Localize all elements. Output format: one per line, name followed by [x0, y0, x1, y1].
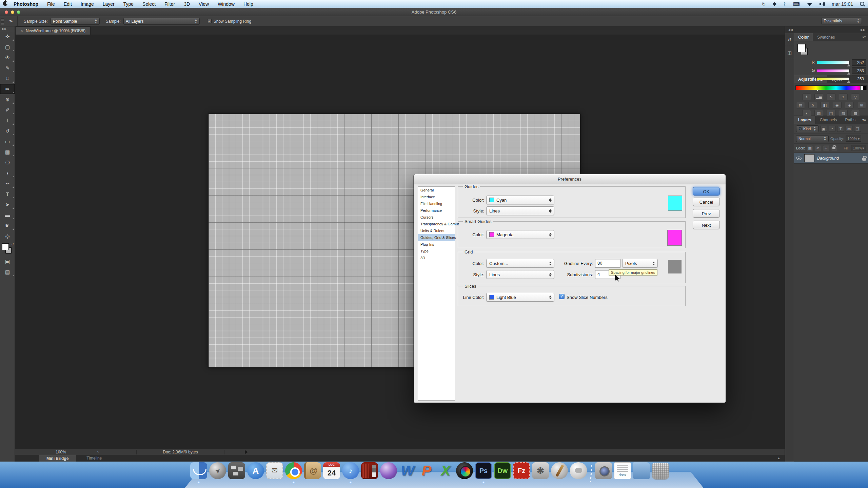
menu-clock[interactable]: mar 19:01 [832, 1, 853, 7]
eraser-tool[interactable]: ▭ [0, 136, 15, 147]
clone-stamp-tool[interactable]: ⊥ [0, 115, 15, 126]
exposure-icon[interactable]: ± [839, 94, 848, 100]
layer-row-background[interactable]: Background [794, 153, 868, 164]
guides-color-dropdown[interactable]: Cyan [486, 196, 554, 204]
dock-app-store[interactable]: A [247, 462, 264, 483]
grid-color-swatch[interactable] [668, 260, 682, 273]
dock-contacts[interactable]: @ [304, 462, 321, 483]
menu-select[interactable]: Select [138, 0, 160, 8]
dock-downloads-folder[interactable] [633, 462, 650, 483]
ok-button[interactable]: OK [693, 187, 720, 196]
vibrance-icon[interactable]: ▽ [851, 94, 860, 100]
filter-smart-object-icon[interactable]: ❏ [854, 126, 861, 132]
spotlight-icon[interactable] [860, 2, 865, 6]
rectangular-marquee-tool[interactable]: ▢ [0, 42, 15, 52]
swap-colors-icon[interactable]: ⇄ [11, 243, 14, 246]
color-balance-icon[interactable]: Δ [808, 102, 817, 108]
menu-photoshop[interactable]: Photoshop [10, 0, 43, 8]
hand-tool[interactable]: ☛ [0, 220, 15, 231]
tab-layers[interactable]: Layers [794, 116, 816, 124]
layer-filter-kind-dropdown[interactable]: Kind ▲▼ [796, 125, 818, 132]
dock-filezilla[interactable]: Fz [513, 462, 530, 483]
threshold-icon[interactable]: ◫ [827, 110, 835, 117]
displays-icon[interactable]: ✱ [773, 1, 777, 7]
dodge-tool[interactable]: ◖ [0, 168, 15, 178]
dock-trash[interactable] [652, 462, 669, 483]
color-spectrum-ramp[interactable] [795, 85, 867, 90]
tab-mini-bridge[interactable]: Mini Bridge [39, 455, 76, 462]
properties-panel-icon[interactable]: ◫ [785, 50, 794, 59]
collapse-panels-right-icon[interactable]: ▶▶ [861, 28, 865, 32]
prev-button[interactable]: Prev [693, 209, 720, 218]
sample-dropdown[interactable]: All Layers ▲▼ [123, 18, 200, 25]
show-sampling-ring-checkbox[interactable]: ✓ [207, 19, 212, 23]
path-selection-tool[interactable]: ➤ [0, 199, 15, 210]
dock-launchpad[interactable] [209, 462, 226, 483]
category-general[interactable]: General [418, 187, 455, 194]
black-white-icon[interactable]: ◧ [821, 102, 829, 108]
foreground-background-colors[interactable]: ⇄ [0, 243, 15, 256]
brightness-contrast-icon[interactable]: ☀ [802, 94, 811, 100]
tab-paths[interactable]: Paths [841, 116, 860, 124]
dock-photoshop[interactable]: Ps [475, 462, 492, 483]
menu-file[interactable]: File [43, 0, 59, 8]
invert-icon[interactable]: ◐ [802, 110, 811, 117]
status-popup-arrow-icon[interactable] [245, 450, 250, 454]
filter-type-icon[interactable]: T [837, 126, 844, 132]
menu-layer[interactable]: Layer [98, 0, 119, 8]
menu-help[interactable]: Help [239, 0, 258, 8]
hue-saturation-icon[interactable]: ▤ [796, 102, 805, 108]
cancel-button[interactable]: Cancel [693, 198, 720, 206]
brush-tool[interactable]: ✐ [0, 105, 15, 115]
move-tool[interactable]: ✛ [0, 31, 15, 42]
blue-slider[interactable] [816, 77, 850, 80]
lock-all-icon[interactable] [831, 145, 837, 151]
zoom-window-button[interactable] [17, 11, 20, 14]
zoom-tool[interactable]: ◎ [0, 231, 15, 241]
dock-garageband[interactable] [551, 462, 568, 483]
category-guides-grid-slices[interactable]: Guides, Grid & Slices [418, 234, 455, 241]
sample-size-dropdown[interactable]: Point Sample ▲▼ [51, 18, 100, 25]
gradient-tool[interactable]: ▦ [0, 147, 15, 157]
panel-menu-icon[interactable]: ▾≡ [862, 33, 868, 41]
category-3d[interactable]: 3D [418, 255, 455, 261]
dock-eclipse[interactable] [380, 462, 397, 483]
document-tab[interactable]: × NewWireframe @ 100% (RGB/8) [16, 26, 91, 35]
foreground-color-swatch[interactable] [797, 44, 806, 52]
category-plug-ins[interactable]: Plug-Ins [418, 241, 455, 248]
dock-postgres[interactable] [570, 462, 587, 483]
volume-icon[interactable] [820, 2, 825, 6]
dock-word[interactable]: W [399, 462, 416, 483]
dock-dreamweaver[interactable]: Dw [494, 462, 511, 483]
category-type[interactable]: Type [418, 248, 455, 255]
mini-bridge-icon[interactable]: ◔ [97, 450, 99, 454]
history-panel-icon[interactable]: ↺ [785, 37, 794, 46]
pen-tool[interactable]: ✒ [0, 178, 15, 189]
filter-adjustment-icon[interactable]: ◔ [829, 126, 835, 132]
layer-thumbnail[interactable] [804, 154, 814, 162]
menu-view[interactable]: View [194, 0, 213, 8]
tab-channels[interactable]: Channels [816, 116, 841, 124]
menu-image[interactable]: Image [76, 0, 98, 8]
dock-mail[interactable] [266, 462, 283, 483]
color-lookup-icon[interactable]: ⊞ [857, 102, 866, 108]
menu-type[interactable]: Type [119, 0, 138, 8]
minimize-window-button[interactable] [11, 11, 14, 14]
opacity-field[interactable]: 100%▾ [846, 136, 861, 142]
filter-shape-icon[interactable]: ▭ [846, 126, 852, 132]
dock-system-preferences[interactable]: ✱ [532, 462, 549, 483]
dock-image-capture[interactable] [595, 462, 612, 483]
dock-finder[interactable] [190, 462, 208, 483]
show-slice-numbers-checkbox[interactable]: ✓ [559, 294, 565, 299]
gridline-every-field[interactable]: 80 [595, 259, 620, 268]
eyedropper-tool[interactable]: ✑ [0, 84, 15, 94]
tab-swatches[interactable]: Swatches [813, 33, 839, 41]
category-performance[interactable]: Performance [418, 207, 455, 214]
toolbar-collapse[interactable]: ▶▶ [0, 26, 15, 31]
category-interface[interactable]: Interface [418, 194, 455, 200]
levels-icon[interactable]: ▂▅ [814, 94, 823, 100]
filter-pixel-icon[interactable]: ▣ [820, 126, 827, 132]
lasso-tool[interactable]: ✇ [0, 52, 15, 63]
blue-value-field[interactable]: 253 [852, 76, 866, 82]
collapse-panels-left-icon[interactable]: ◀◀ [788, 28, 793, 32]
